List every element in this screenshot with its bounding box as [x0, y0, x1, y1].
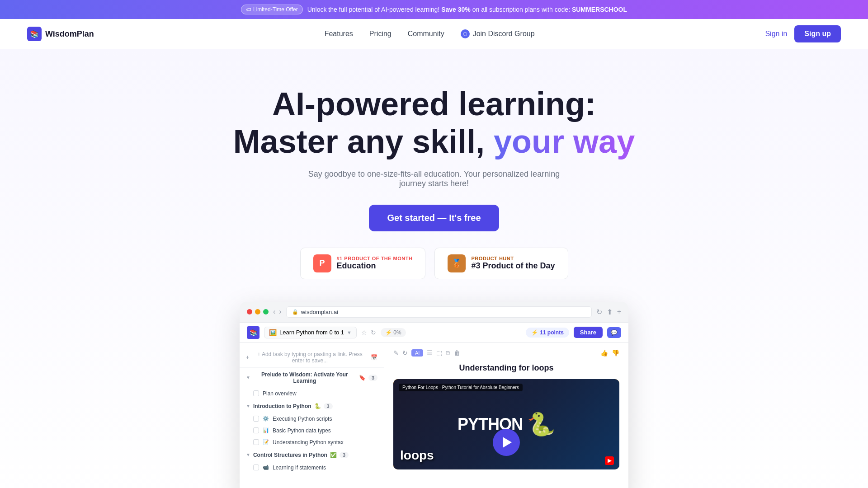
browser-nav: ‹ ›	[273, 308, 282, 316]
section-emoji: 🔖	[359, 375, 366, 381]
delete-icon[interactable]: 🗑	[454, 349, 460, 357]
refresh-icon[interactable]: ↻	[371, 329, 376, 336]
task-syntax[interactable]: 📝 Understanding Python syntax	[240, 436, 384, 448]
hero-headline: AI-powered learning: Master any skill, y…	[18, 85, 850, 160]
play-arrow-icon	[503, 437, 512, 448]
badge-day-value: #3 Product of the Day	[471, 261, 555, 271]
calendar-icon: 📅	[371, 354, 377, 361]
app-logo-small: 📚	[247, 326, 259, 339]
badge-month-value: Education	[337, 261, 413, 271]
toggle-icon-2: ▼	[246, 404, 250, 408]
task-plan-overview[interactable]: Plan overview	[240, 388, 384, 399]
share-icon[interactable]: ⬆	[607, 308, 613, 316]
loops-text: loops	[400, 448, 434, 463]
menu-icon[interactable]: ☰	[427, 349, 433, 357]
share-button[interactable]: Share	[574, 327, 603, 338]
section-1-header[interactable]: ▼ Prelude to Wisdom: Activate Your Learn…	[240, 368, 384, 388]
discord-button[interactable]: 💬	[607, 327, 621, 338]
thumbs-up-icon[interactable]: 👍	[600, 349, 608, 357]
banner-badge-label: Limited-Time Offer	[253, 6, 298, 13]
edit-icon[interactable]: ✎	[393, 349, 399, 357]
badge-day-text: PRODUCT HUNT #3 Product of the Day	[471, 256, 555, 271]
nav-auth: Sign in Sign up	[765, 25, 841, 42]
add-task-bar[interactable]: + + Add task by typing or pasting a link…	[240, 347, 384, 368]
logo-text: WisdomPlan	[45, 29, 94, 39]
chart-icon: 📊	[263, 427, 269, 433]
cta-button[interactable]: Get started — It's free	[369, 205, 499, 231]
section-2-emoji: 🐍	[314, 403, 321, 409]
section-3-header[interactable]: ▼ Control Structures in Python ✅ 3	[240, 448, 384, 462]
banner-text: Unlock the full potential of AI-powered …	[307, 6, 627, 13]
nav-community[interactable]: Community	[408, 30, 444, 38]
banner-badge: Limited-Time Offer	[241, 5, 303, 14]
video-icon: 📹	[263, 465, 269, 470]
new-tab-icon[interactable]: +	[617, 308, 621, 316]
task-if-statements[interactable]: 📹 Learning if statements	[240, 462, 384, 474]
signin-button[interactable]: Sign in	[765, 30, 787, 38]
checkbox-5[interactable]	[253, 465, 259, 470]
section-3-emoji: ✅	[330, 452, 337, 458]
toggle-icon-3: ▼	[246, 452, 250, 457]
star-icon[interactable]: ☆	[361, 329, 367, 336]
dot-minimize[interactable]	[255, 309, 260, 314]
badge-day-label: PRODUCT HUNT	[471, 256, 555, 261]
nav-links: Features Pricing Community ⬡ Join Discor…	[325, 29, 535, 38]
clone-icon[interactable]: ⧉	[446, 349, 450, 357]
video-channel-label: Python For Loops - Python Tutorial for A…	[399, 384, 523, 391]
task-executing[interactable]: ⚙️ Executing Python scripts	[240, 413, 384, 425]
browser-dots	[247, 309, 269, 314]
section-2-header[interactable]: ▼ Introduction to Python 🐍 3	[240, 399, 384, 413]
badge-month-text: #1 PRODUCT OF THE MONTH Education	[337, 256, 413, 271]
lock-icon: 🔒	[292, 309, 298, 315]
sidebar-panel: + + Add task by typing or pasting a link…	[240, 343, 384, 488]
gear-icon: ⚙️	[263, 416, 269, 422]
hero-section: AI-powered learning: Master any skill, y…	[0, 49, 868, 488]
ph-icon: P	[313, 254, 331, 272]
toggle-icon: ▼	[246, 375, 250, 380]
ai-tag: AI	[411, 349, 423, 357]
badge-month-label: #1 PRODUCT OF THE MONTH	[337, 256, 413, 261]
checkbox-4[interactable]	[253, 439, 259, 445]
checkbox[interactable]	[253, 390, 259, 396]
medal-icon: 🥉	[448, 254, 466, 272]
content-title: Understanding for loops	[393, 363, 619, 373]
main-panel: ✎ ↻ AI ☰ ⬚ ⧉ 🗑 👍 👎 Understanding for loo…	[384, 343, 628, 488]
badge-product-day: 🥉 PRODUCT HUNT #3 Product of the Day	[434, 248, 568, 279]
play-button[interactable]	[493, 429, 520, 456]
hero-subtitle: Say goodbye to one-size-fits-all educati…	[298, 169, 570, 188]
browser-actions: ↻ ⬆ +	[596, 308, 621, 316]
discord-icon: ⬡	[461, 29, 470, 38]
panel-toolbar: ✎ ↻ AI ☰ ⬚ ⧉ 🗑 👍 👎	[393, 349, 619, 357]
app-screenshot: ‹ › 🔒 wisdomplan.ai ↻ ⬆ + 📚 🖼️ Learn Pyt…	[240, 302, 628, 488]
plus-icon: +	[246, 354, 249, 361]
forward-icon[interactable]: ›	[279, 308, 281, 316]
expand-icon[interactable]: ⬚	[436, 349, 442, 357]
video-thumbnail[interactable]: PYTHON 🐍 Python For Loops - Python Tutor…	[393, 379, 619, 469]
top-banner: Limited-Time Offer Unlock the full poten…	[0, 0, 868, 19]
badge-row: P #1 PRODUCT OF THE MONTH Education 🥉 PR…	[18, 248, 850, 279]
app-toolbar: 📚 🖼️ Learn Python from 0 to 1 ▼ ☆ ↻ ⚡ 0%…	[240, 323, 628, 343]
logo-icon: 📚	[27, 27, 42, 41]
signup-button[interactable]: Sign up	[794, 25, 841, 42]
toolbar-icons: ☆ ↻	[361, 329, 376, 336]
thumbs-down-icon[interactable]: 👎	[612, 349, 619, 357]
badge-product-month: P #1 PRODUCT OF THE MONTH Education	[300, 248, 426, 279]
dot-close[interactable]	[247, 309, 252, 314]
course-title-pill[interactable]: 🖼️ Learn Python from 0 to 1 ▼	[264, 327, 357, 338]
browser-url[interactable]: 🔒 wisdomplan.ai	[286, 306, 592, 318]
youtube-icon: ▶	[605, 456, 614, 465]
task-datatypes[interactable]: 📊 Basic Python data types	[240, 425, 384, 436]
dot-maximize[interactable]	[263, 309, 269, 314]
browser-bar: ‹ › 🔒 wisdomplan.ai ↻ ⬆ +	[240, 302, 628, 323]
nav-pricing[interactable]: Pricing	[369, 30, 392, 38]
reload-icon[interactable]: ↻	[596, 308, 602, 316]
checkbox-3[interactable]	[253, 427, 259, 433]
python-snake-icon: 🐍	[527, 411, 555, 437]
refresh-icon-2[interactable]: ↻	[402, 349, 408, 357]
back-icon[interactable]: ‹	[273, 308, 275, 316]
logo[interactable]: 📚 WisdomPlan	[27, 27, 94, 41]
points-badge: ⚡ 11 points	[526, 328, 569, 338]
checkbox-2[interactable]	[253, 416, 259, 422]
nav-features[interactable]: Features	[325, 30, 353, 38]
nav-discord[interactable]: ⬡ Join Discord Group	[461, 29, 535, 38]
